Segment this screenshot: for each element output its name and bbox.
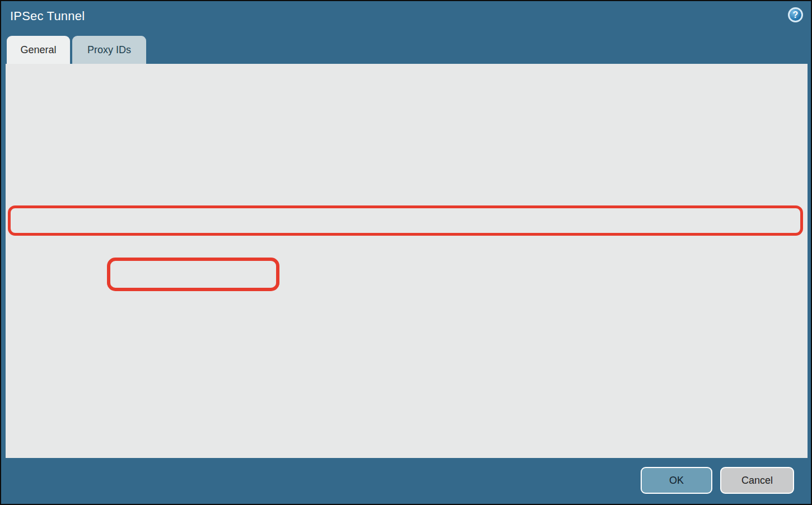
help-icon[interactable]: ? — [788, 7, 803, 22]
general-tab-panel — [6, 64, 808, 458]
tab-general[interactable]: General — [7, 36, 70, 64]
dialog-title: IPSec Tunnel — [10, 9, 85, 24]
cancel-button[interactable]: Cancel — [720, 467, 794, 494]
tab-proxy-ids[interactable]: Proxy IDs — [72, 36, 146, 64]
ok-button[interactable]: OK — [641, 467, 712, 494]
ipsec-tunnel-dialog: IPSec Tunnel ? General Proxy IDs Name Tu… — [0, 0, 812, 505]
